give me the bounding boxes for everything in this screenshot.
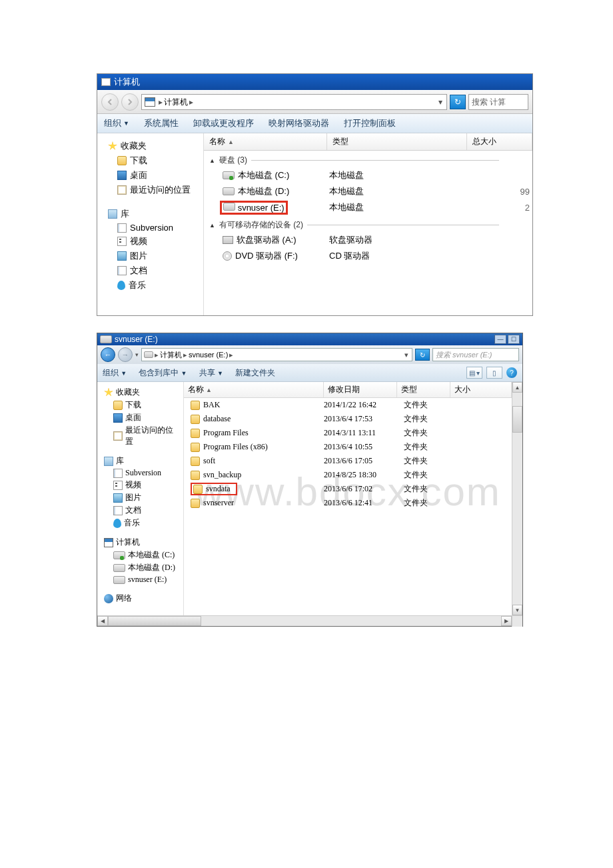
breadcrumb-item[interactable]: 计算机 (160, 350, 182, 360)
sidebar-favorites[interactable]: 收藏夹 (104, 139, 197, 153)
map-network-button[interactable]: 映射网络驱动器 (269, 117, 329, 129)
sidebar-drive-e[interactable]: svnuser (E:) (101, 574, 179, 585)
folder-row[interactable]: soft2013/6/6 17:05文件夹 (184, 454, 512, 468)
title-bar[interactable]: 计算机 (97, 74, 532, 90)
computer-icon (145, 97, 155, 107)
system-properties-button[interactable]: 系统属性 (144, 117, 179, 129)
window-title: svnuser (E:) (115, 335, 158, 344)
sidebar-drive-d[interactable]: 本地磁盘 (D:) (101, 561, 179, 574)
forward-button[interactable]: → (118, 347, 133, 362)
refresh-button[interactable]: ↻ (450, 95, 466, 109)
sidebar-recent[interactable]: 最近访问的位置 (104, 183, 197, 197)
video-icon (117, 237, 127, 246)
folder-icon (191, 471, 200, 480)
search-input[interactable]: 搜索 svnuser (E:) (432, 348, 519, 361)
col-name[interactable]: 名称▲ (204, 133, 327, 150)
view-options-button[interactable]: ▤ ▾ (466, 367, 482, 379)
chevron-right-icon[interactable]: ▸ (189, 97, 193, 107)
preview-pane-button[interactable]: ▯ (486, 367, 502, 379)
uninstall-button[interactable]: 卸载或更改程序 (193, 117, 254, 129)
organize-menu[interactable]: 组织 ▼ (103, 367, 127, 379)
back-button[interactable]: ← (101, 347, 115, 362)
sidebar-pictures[interactable]: 图片 (101, 491, 179, 504)
maximize-button[interactable]: ☐ (508, 335, 520, 344)
folder-row[interactable]: svnserver2013/6/6 12:41文件夹 (184, 496, 512, 510)
sidebar-videos[interactable]: 视频 (101, 479, 179, 491)
drive-row[interactable]: svnuser (E:)本地磁盘2 (204, 199, 532, 215)
sidebar-music[interactable]: 音乐 (101, 517, 179, 529)
col-size[interactable]: 大小 (450, 382, 512, 397)
drive-row[interactable]: 本地磁盘 (C:)本地磁盘 (204, 167, 532, 183)
back-button[interactable] (101, 93, 119, 111)
drive-row[interactable]: DVD 驱动器 (F:)CD 驱动器 (204, 248, 532, 264)
breadcrumb-item[interactable]: 计算机 (164, 97, 188, 108)
sidebar-computer[interactable]: 计算机 (101, 536, 179, 549)
recent-icon (113, 431, 123, 441)
folder-row[interactable]: BAK2014/1/22 16:42文件夹 (184, 398, 512, 412)
chevron-right-icon[interactable]: ▸ (159, 97, 163, 107)
doc-icon (113, 506, 123, 515)
share-menu[interactable]: 共享 ▼ (199, 367, 223, 379)
breadcrumb-item[interactable]: svnuser (E:) (189, 351, 228, 359)
col-date[interactable]: 修改日期 (324, 382, 397, 397)
folder-icon (191, 457, 200, 466)
include-library-menu[interactable]: 包含到库中 ▼ (139, 367, 187, 379)
sidebar-subversion[interactable]: Subversion (104, 221, 197, 234)
help-button[interactable]: ? (506, 367, 517, 378)
organize-menu[interactable]: 组织 ▼ (104, 117, 129, 129)
sidebar-documents[interactable]: 文档 (101, 504, 179, 517)
sidebar-recent[interactable]: 最近访问的位置 (101, 424, 179, 448)
folder-icon (113, 401, 123, 410)
sidebar-downloads[interactable]: 下载 (104, 153, 197, 168)
sidebar-network[interactable]: 网络 (101, 592, 179, 605)
drive-icon (144, 351, 153, 358)
sidebar-pictures[interactable]: 图片 (104, 249, 197, 263)
drive-row[interactable]: 本地磁盘 (D:)本地磁盘99 (204, 183, 532, 199)
dropdown-icon[interactable]: ▾ (404, 351, 408, 359)
scroll-thumb[interactable] (108, 616, 201, 626)
library-icon (104, 457, 113, 466)
doc-icon (117, 223, 127, 233)
minimize-button[interactable]: — (494, 335, 506, 344)
col-name[interactable]: 名称▲ (184, 382, 324, 397)
recent-icon (117, 185, 127, 195)
computer-icon (104, 538, 113, 547)
forward-button[interactable] (121, 93, 139, 111)
vertical-scrollbar[interactable]: ▲ ▼ (512, 382, 522, 615)
scroll-thumb[interactable] (512, 406, 522, 433)
folder-row[interactable]: Program Files2014/3/11 13:11文件夹 (184, 426, 512, 440)
sidebar-drive-c[interactable]: 本地磁盘 (C:) (101, 549, 179, 561)
col-size[interactable]: 总大小 (467, 133, 532, 150)
search-input[interactable]: 搜索 计算 (468, 94, 528, 110)
svnuser-window: svnuser (E:) — ☐ ← → ▾ ▸ 计算机 ▸ svnuser (… (97, 333, 523, 627)
sidebar-desktop[interactable]: 桌面 (101, 411, 179, 424)
folder-row[interactable]: Program Files (x86)2013/6/4 10:55文件夹 (184, 440, 512, 454)
sidebar-desktop[interactable]: 桌面 (104, 168, 197, 183)
sidebar-videos[interactable]: 视频 (104, 234, 197, 249)
folder-row[interactable]: svndata2013/6/6 17:02文件夹 (184, 482, 512, 496)
horizontal-scrollbar[interactable]: ◀ ▶ (97, 615, 522, 626)
sidebar-libraries[interactable]: 库 (101, 455, 179, 467)
column-headers: 名称▲ 类型 总大小 (204, 133, 532, 151)
drive-row[interactable]: 软盘驱动器 (A:)软盘驱动器 (204, 232, 532, 248)
group-header[interactable]: ▲ 硬盘 (3) (204, 151, 532, 167)
new-folder-button[interactable]: 新建文件夹 (235, 367, 275, 379)
history-dropdown[interactable]: ▾ (135, 351, 139, 358)
sidebar-favorites[interactable]: 收藏夹 (101, 386, 179, 399)
breadcrumb-box[interactable]: ▸ 计算机 ▸ svnuser (E:) ▸ ▾ (141, 348, 412, 361)
title-bar[interactable]: svnuser (E:) — ☐ (97, 333, 522, 345)
folder-row[interactable]: svn_backup2014/8/25 18:30文件夹 (184, 468, 512, 482)
col-type[interactable]: 类型 (327, 133, 467, 150)
breadcrumb-box[interactable]: ▸ 计算机 ▸ ▾ (141, 94, 447, 110)
group-header[interactable]: ▲ 有可移动存储的设备 (2) (204, 215, 532, 232)
control-panel-button[interactable]: 打开控制面板 (344, 117, 396, 129)
folder-row[interactable]: database2013/6/4 17:53文件夹 (184, 412, 512, 426)
sidebar-downloads[interactable]: 下载 (101, 399, 179, 411)
col-type[interactable]: 类型 (397, 382, 450, 397)
sidebar-libraries[interactable]: 库 (104, 207, 197, 221)
refresh-button[interactable]: ↻ (415, 349, 430, 361)
sidebar-subversion[interactable]: Subversion (101, 467, 179, 479)
dropdown-icon[interactable]: ▾ (438, 97, 442, 107)
sidebar-documents[interactable]: 文档 (104, 263, 197, 278)
sidebar-music[interactable]: 音乐 (104, 278, 197, 293)
